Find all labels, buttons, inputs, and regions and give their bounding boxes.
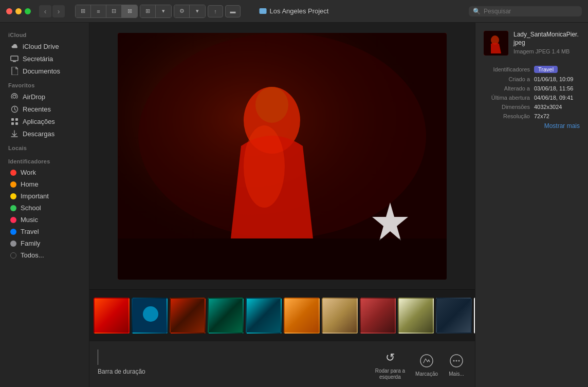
forward-button[interactable]: › [52,5,65,17]
content-area: Barra de duração ↺ Rodar para aesquerda … [89,23,475,387]
icloud-drive-icon [10,42,19,50]
thumbnail-4[interactable] [208,298,244,334]
action-btn[interactable]: ⚙ [174,5,190,17]
important-tag-label: Important [21,192,49,200]
file-name: Lady_SantaMonicaPier.jpeg [513,31,580,47]
window-title-area: Los Angeles Project [260,7,329,15]
sidebar-item-recentes[interactable]: Recentes [2,103,87,115]
travel-tag-label: Travel [21,228,39,235]
music-tag-label: Music [21,216,38,224]
back-button[interactable]: ‹ [39,5,51,17]
sidebar-item-todos[interactable]: Todos... [2,249,87,261]
sidebar-item-music[interactable]: Music [2,214,87,226]
sidebar-item-important[interactable]: Important [2,190,87,202]
svg-rect-5 [15,118,18,121]
created-meta-value: 01/06/18, 10:09 [534,76,580,82]
thumbnail-7[interactable] [322,298,358,334]
icloud-section-label: iCloud [0,27,89,40]
gallery-view-btn[interactable]: ⊠ [122,5,137,17]
close-button[interactable] [6,8,12,14]
school-tag-dot [10,205,16,211]
descargas-icon [10,130,19,138]
markup-icon [418,353,435,369]
modified-meta-label: Alterado a [484,85,530,91]
markup-button[interactable]: Marcação [415,353,438,377]
meta-row-created: Criado a 01/06/18, 10:09 [484,76,580,82]
thumbnail-10[interactable] [436,298,472,334]
duration-bar-line [98,349,98,365]
thumbnail-8[interactable] [360,298,396,334]
opened-meta-label: Última abertura [484,95,530,101]
sidebar-item-documents[interactable]: Documentos [2,65,87,77]
column-view-btn[interactable]: ⊟ [106,5,122,17]
thumbnail-5[interactable] [246,298,282,334]
thumbnail-6[interactable] [284,298,320,334]
maximize-button[interactable] [25,8,31,14]
svg-point-20 [453,360,455,362]
sidebar-item-work[interactable]: Work [2,167,87,178]
file-info-text: Lady_SantaMonicaPier.jpeg Imagem JPEG 1.… [513,31,580,54]
meta-row-tags: Identificadores Travel [484,66,580,73]
airdrop-label: AirDrop [23,93,45,101]
action-btn-group: ⚙ ▾ [174,5,206,18]
school-tag-label: School [21,204,41,212]
list-view-btn[interactable]: ≡ [91,5,106,17]
sidebar-item-family[interactable]: Family [2,237,87,249]
thumbnail-9[interactable] [398,298,434,334]
thumbnail-1[interactable] [94,298,130,334]
sidebar-item-descargas[interactable]: Descargas [2,127,87,140]
image-viewer[interactable] [89,23,475,289]
music-tag-dot [10,217,16,223]
tag-btn[interactable]: ▬ [225,5,241,17]
sidebar-item-aplicacoes[interactable]: Aplicações [2,115,87,127]
rotate-left-button[interactable]: ↺ Rodar para aesquerda [375,349,405,380]
travel-tag-badge[interactable]: Travel [534,66,558,73]
show-more-link[interactable]: Mostrar mais [484,122,580,130]
sidebar-item-airdrop[interactable]: AirDrop [2,90,87,103]
action-dropdown-btn[interactable]: ▾ [190,5,205,17]
minimize-button[interactable] [15,8,22,14]
aplicacoes-icon [10,117,19,125]
group-btn[interactable]: ⊞ [140,5,156,17]
folder-icon [260,8,267,14]
sidebar-item-travel[interactable]: Travel [2,226,87,237]
traffic-lights [6,8,31,14]
svg-rect-4 [11,118,14,121]
file-meta-type: Imagem JPEG 1.4 MB [513,48,580,54]
svg-point-22 [458,360,460,362]
svg-point-21 [456,360,457,362]
tags-section-label: Identificadores [0,153,89,167]
nav-arrows: ‹ › [39,5,65,17]
thumbnail-3[interactable] [170,298,206,334]
sidebar-item-home[interactable]: Home [2,178,87,190]
sidebar-item-school[interactable]: School [2,202,87,214]
main-image [118,33,447,280]
sidebar-item-icloud-drive[interactable]: iCloud Drive [2,40,87,52]
svg-rect-15 [118,238,447,280]
svg-rect-7 [15,122,18,125]
sidebar-item-desktop[interactable]: Secretária [2,52,87,65]
group-dropdown-btn[interactable]: ▾ [156,5,171,17]
search-icon: 🔍 [473,8,481,15]
todos-tag-dot [10,252,16,259]
resolution-meta-value: 72x72 [534,113,580,119]
aplicacoes-label: Aplicações [23,118,55,125]
meta-row-modified: Alterado a 03/06/18, 11:56 [484,85,580,91]
bottom-bar: Barra de duração ↺ Rodar para aesquerda … [89,341,475,387]
share-btn[interactable]: ↑ [208,5,223,17]
search-input[interactable] [484,8,578,15]
main-content: iCloud iCloud Drive Secretária Documento… [0,23,588,387]
important-tag-dot [10,193,16,199]
more-label: Mais... [449,371,464,377]
more-button[interactable]: Mais... [448,353,465,377]
search-bar[interactable]: 🔍 [469,6,582,16]
duration-label: Barra de duração [98,368,145,375]
thumbnail-2[interactable] [132,298,168,334]
documents-icon [10,67,19,75]
thumbnail-strip[interactable] [89,289,475,341]
meta-row-dimensions: Dimensões 4032x3024 [484,104,580,110]
airdrop-icon [10,93,19,101]
meta-row-resolution: Resolução 72x72 [484,113,580,119]
icon-view-btn[interactable]: ⊞ [76,5,91,17]
sidebar: iCloud iCloud Drive Secretária Documento… [0,23,89,387]
